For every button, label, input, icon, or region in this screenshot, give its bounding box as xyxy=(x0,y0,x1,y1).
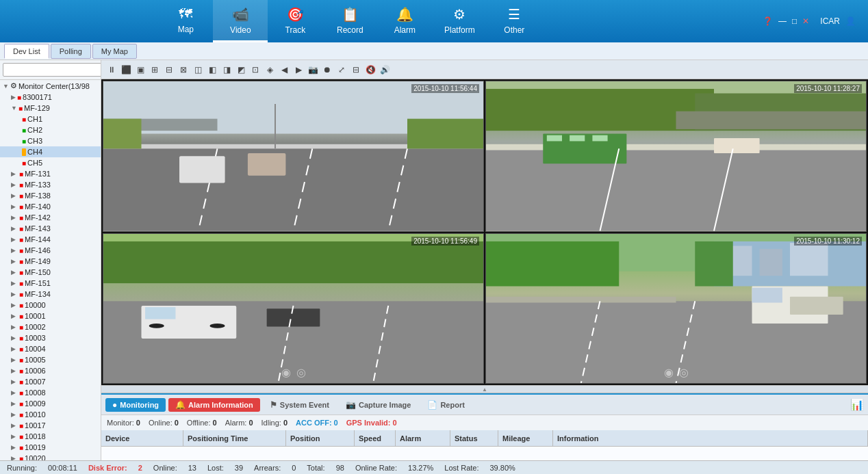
tree-channel-ch4[interactable]: ■ CH4 xyxy=(0,146,101,157)
panel-toggle[interactable]: ▲ xyxy=(101,385,868,393)
tree-device-MF-134[interactable]: ▶ ■ MF-134 xyxy=(0,289,101,300)
running-value: 00:08:11 xyxy=(48,464,77,472)
tree-device-MF-150[interactable]: ▶ ■ MF-150 xyxy=(0,267,101,278)
tree-root[interactable]: ▼ ⚙ Monitor Center(13/98 xyxy=(0,80,101,92)
tab-monitoring[interactable]: ● Monitoring xyxy=(105,398,166,412)
tree-device-10005[interactable]: ▶ ■ 10005 xyxy=(0,354,101,365)
volume-icon[interactable]: 🔊 xyxy=(379,64,391,76)
tree-device-MF-140[interactable]: ▶ ■ MF-140 xyxy=(0,201,101,212)
video-cell-1[interactable]: 2015-10-10 11:56:44 xyxy=(103,81,484,232)
tree-device-10006[interactable]: ▶ ■ 10006 xyxy=(0,365,101,376)
nav-item-video[interactable]: 📹 Video xyxy=(213,0,268,42)
video-overlay-1: ◉◎ xyxy=(281,366,306,379)
tree-device-10000[interactable]: ▶ ■ 10000 xyxy=(0,300,101,311)
disk-error-value: 2 xyxy=(138,464,142,472)
search-input[interactable] xyxy=(3,63,101,77)
tree-device-10002[interactable]: ▶ ■ 10002 xyxy=(0,321,101,332)
grid-9-icon[interactable]: ⊟ xyxy=(163,64,175,76)
stop-icon[interactable]: ⬛ xyxy=(120,64,132,76)
nav-item-other[interactable]: ☰ Other xyxy=(487,0,541,42)
close-icon[interactable]: ✕ xyxy=(802,16,809,26)
status-bar: Monitor: 0 Online: 0 Offline: 0 Alarm: 0… xyxy=(101,415,868,430)
tree-device-10008[interactable]: ▶ ■ 10008 xyxy=(0,387,101,398)
tree-device-10010[interactable]: ▶ ■ 10010 xyxy=(0,409,101,420)
tree-device-MF-144[interactable]: ▶ ■ MF-144 xyxy=(0,234,101,245)
tab-system-event[interactable]: ⚑ System Event xyxy=(263,398,336,412)
video-scene-3: ◉◎ xyxy=(103,234,483,384)
fullscreen-icon[interactable]: ⤢ xyxy=(335,64,348,76)
footer-online-rate-value: 13.27% xyxy=(408,464,433,472)
aspect-icon[interactable]: ⊟ xyxy=(350,64,362,76)
tree-channel-ch2[interactable]: ■ CH2 xyxy=(0,124,101,135)
next-icon[interactable]: ▶ xyxy=(292,64,305,76)
tree-device-10019[interactable]: ▶ ■ 10019 xyxy=(0,442,101,453)
layout2-icon[interactable]: ◧ xyxy=(206,64,218,76)
layout3-icon[interactable]: ◨ xyxy=(220,64,233,76)
tree-device-8300171[interactable]: ▶ ■ 8300171 xyxy=(0,92,101,103)
tree-channel-ch3[interactable]: ■ CH3 xyxy=(0,135,101,146)
mute-icon[interactable]: 🔇 xyxy=(364,64,376,76)
tree-device-10018[interactable]: ▶ ■ 10018 xyxy=(0,431,101,442)
tree-channel-ch5[interactable]: ■ CH5 xyxy=(0,157,101,168)
tree-device-10003[interactable]: ▶ ■ 10003 xyxy=(0,332,101,343)
video-cell-3[interactable]: ◉◎ 2015-10-10 11:56:49 xyxy=(103,233,484,384)
svg-rect-20 xyxy=(592,135,607,142)
device-status-icon: ■ xyxy=(19,280,23,287)
tab-dev-list[interactable]: Dev List xyxy=(4,44,49,59)
expand-icon: ▶ xyxy=(11,345,18,352)
channel-label: CH2 xyxy=(27,126,42,134)
nav-item-alarm[interactable]: 🔔 Alarm xyxy=(377,0,432,42)
svg-rect-6 xyxy=(179,156,225,183)
tree-channel-ch1[interactable]: ■ CH1 xyxy=(0,114,101,124)
tab-report[interactable]: 📄 Report xyxy=(420,398,471,412)
layout4-icon[interactable]: ◩ xyxy=(235,64,247,76)
grid-1-icon[interactable]: ▣ xyxy=(134,64,146,76)
expand-icon: ▶ xyxy=(11,400,18,407)
record-icon[interactable]: ⏺ xyxy=(321,64,333,76)
nav-item-track[interactable]: 🎯 Track xyxy=(268,0,322,42)
tree-device-MF-146[interactable]: ▶ ■ MF-146 xyxy=(0,245,101,256)
channel-label: CH5 xyxy=(27,159,42,167)
tree-device-MF-142[interactable]: ▶ ■ MF-142 xyxy=(0,212,101,223)
nav-item-platform[interactable]: ⚙ Platform xyxy=(432,0,487,42)
tree-device-MF-133[interactable]: ▶ ■ MF-133 xyxy=(0,179,101,190)
tab-polling[interactable]: Polling xyxy=(51,44,91,59)
device-label: 8300171 xyxy=(23,93,52,101)
expand-icon: ▶ xyxy=(11,94,16,101)
tree-device-10007[interactable]: ▶ ■ 10007 xyxy=(0,376,101,387)
tree-device-MF-151[interactable]: ▶ ■ MF-151 xyxy=(0,278,101,289)
tree-device-10009[interactable]: ▶ ■ 10009 xyxy=(0,398,101,409)
grid-4-icon[interactable]: ⊞ xyxy=(149,64,161,76)
play-icon[interactable]: ⏸ xyxy=(105,64,118,76)
expand-icon: ▶ xyxy=(11,192,18,199)
tab-my-map[interactable]: My Map xyxy=(92,44,137,59)
tree-device-MF-143[interactable]: ▶ ■ MF-143 xyxy=(0,223,101,234)
layout1-icon[interactable]: ◫ xyxy=(192,64,204,76)
nav-item-record[interactable]: 📋 Record xyxy=(322,0,377,42)
device-status-icon: ■ xyxy=(19,214,23,222)
tree-device-10004[interactable]: ▶ ■ 10004 xyxy=(0,343,101,354)
expand-icon: ▶ xyxy=(11,181,18,188)
maximize-icon[interactable]: □ xyxy=(792,16,797,26)
grid-16-icon[interactable]: ⊠ xyxy=(177,64,190,76)
tree-device-MF-149[interactable]: ▶ ■ MF-149 xyxy=(0,256,101,267)
snapshot-icon[interactable]: 📷 xyxy=(307,64,319,76)
tab-capture-image[interactable]: 📷 Capture Image xyxy=(339,398,418,412)
minimize-icon[interactable]: — xyxy=(778,16,787,26)
video-cell-2[interactable]: 2015-10-10 11:28:27 xyxy=(485,81,867,232)
layout6-icon[interactable]: ◈ xyxy=(264,64,276,76)
tree-device-MF-138[interactable]: ▶ ■ MF-138 xyxy=(0,190,101,201)
layout5-icon[interactable]: ⊡ xyxy=(249,64,261,76)
excel-export-icon[interactable]: 📊 xyxy=(850,398,864,411)
tree-device-10001[interactable]: ▶ ■ 10001 xyxy=(0,311,101,321)
nav-item-map[interactable]: 🗺 Map xyxy=(158,0,213,42)
prev-icon[interactable]: ◀ xyxy=(278,64,290,76)
video-cell-4[interactable]: ◉◎ 2015-10-10 11:30:12 xyxy=(485,233,867,384)
tree-device-mf129[interactable]: ▼ ■ MF-129 xyxy=(0,103,101,114)
device-status-icon: ■ xyxy=(19,302,23,309)
video-icon: 📹 xyxy=(232,6,249,23)
help-icon[interactable]: ❓ xyxy=(763,16,773,26)
tree-device-10017[interactable]: ▶ ■ 10017 xyxy=(0,420,101,431)
tab-alarm-info[interactable]: 🔔 Alarm Information xyxy=(168,398,260,412)
tree-device-MF-131[interactable]: ▶ ■ MF-131 xyxy=(0,168,101,179)
